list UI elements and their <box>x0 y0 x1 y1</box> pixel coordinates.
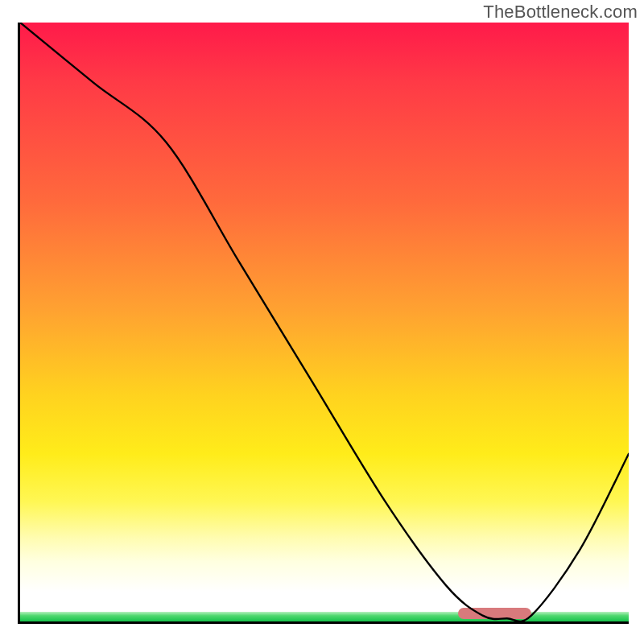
watermark-text: TheBottleneck.com <box>483 2 638 23</box>
chart-frame: TheBottleneck.com <box>0 0 644 644</box>
bottleneck-curve <box>20 23 629 621</box>
plot-area <box>18 23 629 624</box>
